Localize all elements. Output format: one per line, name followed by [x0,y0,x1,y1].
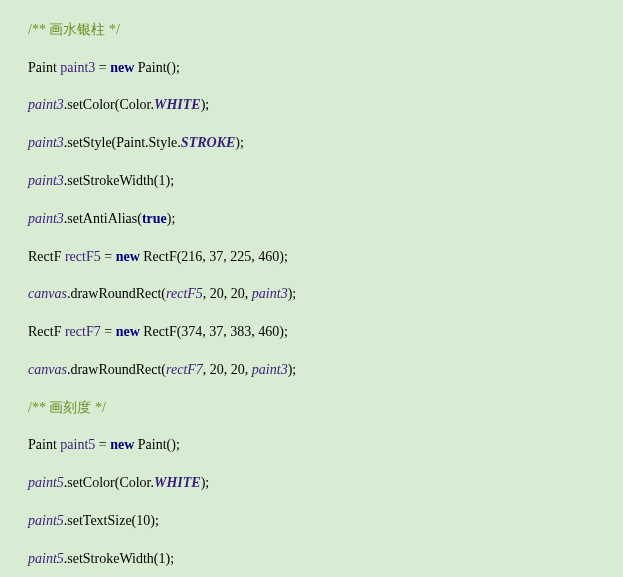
code-line: Paint paint3 = new Paint(); [28,59,623,78]
code-line: paint3.setColor(Color.WHITE); [28,96,623,115]
code-line: paint5.setColor(Color.WHITE); [28,474,623,493]
code-block: /** 画水银柱 */ Paint paint3 = new Paint(); … [0,0,623,577]
comment: /** 画刻度 */ [28,400,106,415]
code-line: paint5.setStrokeWidth(1); [28,550,623,569]
code-line: paint3.setStyle(Paint.Style.STROKE); [28,134,623,153]
code-line: /** 画水银柱 */ [28,21,623,40]
code-line: /** 画刻度 */ [28,399,623,418]
code-line: paint3.setStrokeWidth(1); [28,172,623,191]
code-line: paint5.setTextSize(10); [28,512,623,531]
code-line: RectF rectF5 = new RectF(216, 37, 225, 4… [28,248,623,267]
code-line: paint3.setAntiAlias(true); [28,210,623,229]
code-line: Paint paint5 = new Paint(); [28,436,623,455]
code-line: canvas.drawRoundRect(rectF5, 20, 20, pai… [28,285,623,304]
code-line: RectF rectF7 = new RectF(374, 37, 383, 4… [28,323,623,342]
code-line: canvas.drawRoundRect(rectF7, 20, 20, pai… [28,361,623,380]
comment: /** 画水银柱 */ [28,22,120,37]
